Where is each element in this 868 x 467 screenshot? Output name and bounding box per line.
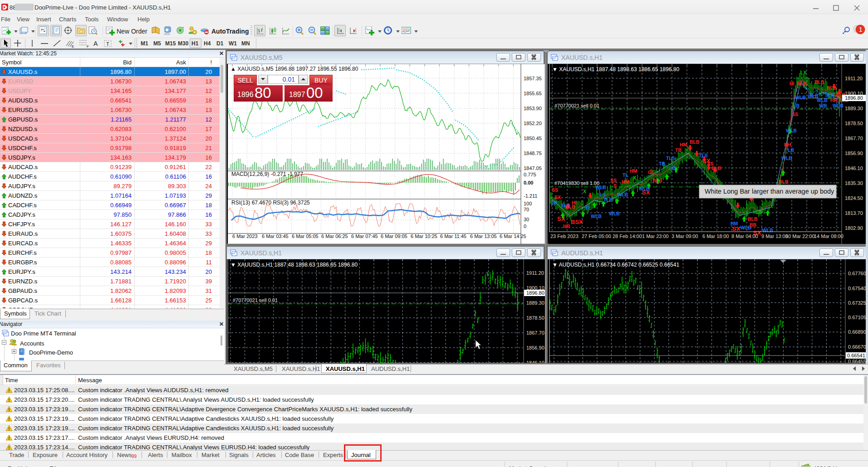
svg-text:1846.10: 1846.10 [526, 360, 544, 363]
svg-text:BLB: BLB [827, 85, 837, 91]
svg-text:S: S [613, 183, 617, 189]
svg-text:LS: LS [600, 192, 606, 197]
svg-text:1 Mar 23:00: 1 Mar 23:00 [642, 234, 669, 239]
svg-text:100: 100 [524, 201, 532, 206]
svg-text:TL: TL [585, 205, 591, 211]
svg-text:▼ XAUUSD.s,H1 1887.48 1898.63: ▼ XAUUSD.s,H1 1887.48 1898.63 1886.65 18… [552, 66, 679, 73]
svg-text:WLB: WLB [591, 214, 602, 219]
svg-text:1835.30: 1835.30 [845, 180, 863, 186]
svg-text:0: 0 [524, 224, 526, 229]
svg-text:0.66670: 0.66670 [848, 344, 866, 350]
svg-text:LX: LX [755, 209, 761, 215]
svg-text:F: F [87, 44, 89, 48]
svg-text:TB: TB [659, 161, 665, 166]
svg-text:SP: SP [551, 200, 557, 205]
svg-text:-1.211: -1.211 [524, 193, 537, 199]
svg-text:MACD(12,26,9) -0.271 -1.977: MACD(12,26,9) -0.271 -1.977 [231, 171, 303, 177]
svg-text:6 Mar 2023: 6 Mar 2023 [232, 234, 258, 239]
svg-text:GL: GL [648, 170, 655, 175]
svg-text:BLB: BLB [690, 139, 700, 145]
svg-text:1856.90: 1856.90 [526, 345, 544, 350]
svg-text:1855.65: 1855.65 [524, 91, 542, 96]
svg-text:BLB: BLB [779, 179, 789, 185]
svg-text:6 Mar 10:25: 6 Mar 10:25 [411, 234, 437, 239]
svg-text:0.67105: 0.67105 [848, 315, 866, 320]
svg-text:1878.50: 1878.50 [845, 121, 863, 126]
svg-text:White Long Bar larger than ave: White Long Bar larger than average up bo… [705, 188, 834, 195]
svg-text:TL: TL [623, 172, 628, 178]
svg-text:1896.80: 1896.80 [845, 95, 863, 101]
svg-text:1889.30: 1889.30 [845, 106, 863, 111]
svg-text:X: X [633, 175, 636, 180]
svg-text:LB: LB [788, 147, 794, 153]
svg-text:BLB: BLB [711, 165, 721, 171]
svg-text:WLB: WLB [762, 228, 773, 233]
svg-text:WB: WB [819, 103, 827, 108]
svg-text:BLB: BLB [814, 79, 824, 85]
svg-text:TLS: TLS [666, 156, 675, 161]
svg-text:1867.70: 1867.70 [526, 330, 544, 336]
svg-text:#70770021 sell 0.01: #70770021 sell 0.01 [233, 297, 278, 303]
svg-text:30: 30 [524, 217, 529, 222]
svg-text:WLB: WLB [786, 128, 797, 133]
svg-text:WLB: WLB [781, 156, 792, 161]
svg-text:BLB: BLB [748, 216, 758, 222]
svg-text:BH: BH [784, 142, 791, 147]
svg-text:SX: SX [557, 215, 565, 222]
svg-text:SS: SS [610, 178, 617, 183]
svg-text:RSI(13) 67.4670 RSI(3) 96.372: RSI(13) 67.4670 RSI(3) 96.3725 [231, 199, 310, 206]
svg-text:1852.20: 1852.20 [524, 121, 542, 126]
svg-text:1824.50: 1824.50 [845, 195, 863, 201]
svg-text:1802.90: 1802.90 [845, 225, 863, 231]
svg-text:6 Mar 14:25: 6 Mar 14:25 [500, 234, 526, 239]
svg-text:1850.45: 1850.45 [524, 136, 542, 141]
svg-text:HM: HM [630, 168, 638, 174]
svg-text:1856.90: 1856.90 [845, 151, 863, 156]
svg-text:BB: BB [750, 222, 757, 228]
svg-text:10 Mar 22:00: 10 Mar 22:00 [785, 234, 815, 239]
svg-text:6 Mar 05:05: 6 Mar 05:05 [292, 234, 319, 239]
svg-text:T: T [106, 41, 109, 47]
svg-text:X: X [583, 189, 586, 194]
svg-text:SX: SX [642, 189, 650, 196]
svg-text:WLB: WLB [617, 192, 628, 197]
svg-text:6 Mar 06:25: 6 Mar 06:25 [321, 234, 348, 239]
svg-text:0.66890: 0.66890 [848, 329, 866, 335]
svg-text:1896.80: 1896.80 [526, 290, 544, 296]
svg-text:LX: LX [800, 70, 806, 75]
svg-text:BLB: BLB [797, 81, 807, 86]
svg-text:SX: SX [732, 225, 740, 232]
svg-text:23 Feb 2023: 23 Feb 2023 [550, 234, 579, 239]
svg-text:0.00: 0.00 [524, 180, 533, 185]
svg-text:HI: HI [790, 81, 794, 86]
svg-text:SS: SS [792, 112, 798, 117]
svg-text:0.67325: 0.67325 [848, 300, 866, 306]
svg-text:6 Mar 13:05: 6 Mar 13:05 [470, 234, 497, 239]
svg-text:HM: HM [622, 179, 629, 185]
svg-text:0.66455: 0.66455 [848, 359, 866, 363]
svg-text:▼ XAUUSD.s,H1 1887.48 1898.63: ▼ XAUUSD.s,H1 1887.48 1898.63 1886.65 18… [230, 262, 358, 268]
svg-text:▲ XAUUSD.s,M5 1896.88 1897.27: ▲ XAUUSD.s,M5 1896.88 1897.27 1896.55 18… [230, 66, 358, 72]
svg-text:1878.50: 1878.50 [526, 315, 544, 321]
svg-text:1848.75: 1848.75 [524, 151, 542, 156]
svg-text:1889.30: 1889.30 [526, 300, 544, 306]
svg-text:0.67760: 0.67760 [848, 271, 866, 276]
svg-text:HR: HR [563, 224, 570, 229]
svg-text:#70770021 sell 0.01: #70770021 sell 0.01 [554, 103, 599, 108]
svg-text:BSX: BSX [571, 219, 583, 225]
svg-text:1: 1 [859, 25, 863, 33]
svg-text:LB: LB [793, 103, 799, 108]
svg-text:1853.90: 1853.90 [524, 106, 542, 111]
svg-text:TB: TB [675, 147, 682, 153]
svg-text:1813.70: 1813.70 [845, 210, 863, 216]
svg-text:#70419830 sell 1.00: #70419830 sell 1.00 [554, 180, 599, 186]
svg-text:1857.35: 1857.35 [524, 76, 542, 81]
svg-text:14 Mar 08:00: 14 Mar 08:00 [814, 234, 843, 239]
svg-text:WLB: WLB [833, 103, 843, 108]
svg-text:TLB: TLB [603, 197, 613, 203]
svg-text:WLB: WLB [817, 97, 828, 103]
svg-text:1867.70: 1867.70 [845, 136, 863, 141]
svg-text:HR: HR [830, 97, 838, 103]
svg-text:WLB: WLB [595, 185, 606, 190]
svg-text:WLB: WLB [795, 95, 806, 100]
